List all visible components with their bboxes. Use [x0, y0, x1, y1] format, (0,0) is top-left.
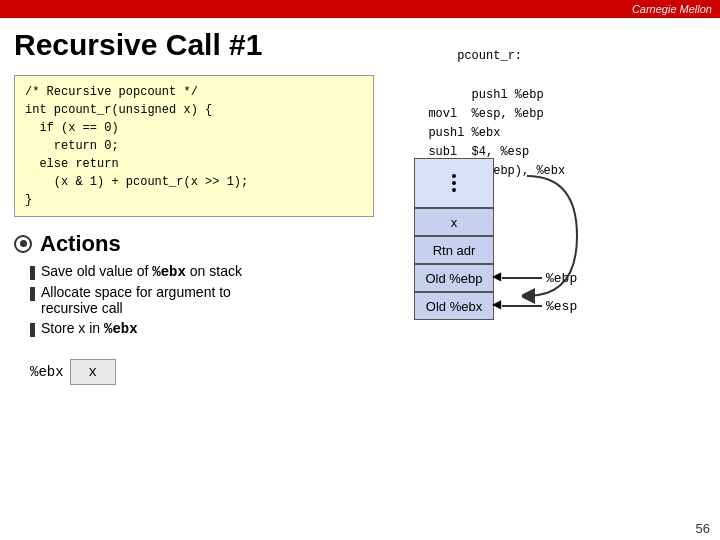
header-bar: Carnegie Mellon	[0, 0, 720, 18]
page-number: 56	[696, 521, 710, 536]
actions-section: Actions Save old value of %ebx on stack …	[14, 231, 374, 341]
action-item-3: Store x in %ebx	[14, 320, 374, 337]
reg-label: %ebx	[30, 364, 64, 380]
bullet-bar-3	[30, 323, 35, 337]
open-circle-bullet	[14, 235, 32, 253]
action-item-2: Allocate space for argument torecursive …	[14, 284, 374, 316]
right-column: pcount_r: pushl %ebp movl %esp, %ebp pus…	[384, 28, 706, 530]
action-text-2: Allocate space for argument torecursive …	[41, 284, 231, 316]
brand-label: Carnegie Mellon	[632, 3, 712, 15]
stack-cell-oldebp: Old %ebp	[414, 264, 494, 292]
curved-arrow	[522, 166, 582, 306]
stack-dots-cell	[414, 158, 494, 208]
slide-content: Recursive Call #1 /* Recursive popcount …	[0, 18, 720, 540]
stack-cell-x: x	[414, 208, 494, 236]
left-column: Recursive Call #1 /* Recursive popcount …	[14, 28, 374, 530]
code-block: /* Recursive popcount */ int pcount_r(un…	[14, 75, 374, 217]
action-text-3: Store x in %ebx	[41, 320, 138, 337]
bullet-bar-2	[30, 287, 35, 301]
stack-cell-rtnadr: Rtn adr	[414, 236, 494, 264]
action-item-1: Save old value of %ebx on stack	[14, 263, 374, 280]
actions-header: Actions	[14, 231, 374, 257]
asm-label: pcount_r:	[457, 49, 522, 63]
reg-value-box: x	[70, 359, 116, 385]
actions-title: Actions	[40, 231, 121, 257]
register-display: %ebx x	[14, 359, 374, 385]
stack-cell-oldebx: Old %ebx	[414, 292, 494, 320]
action-text-1: Save old value of %ebx on stack	[41, 263, 242, 280]
slide-title: Recursive Call #1	[14, 28, 374, 63]
bullet-bar-1	[30, 266, 35, 280]
